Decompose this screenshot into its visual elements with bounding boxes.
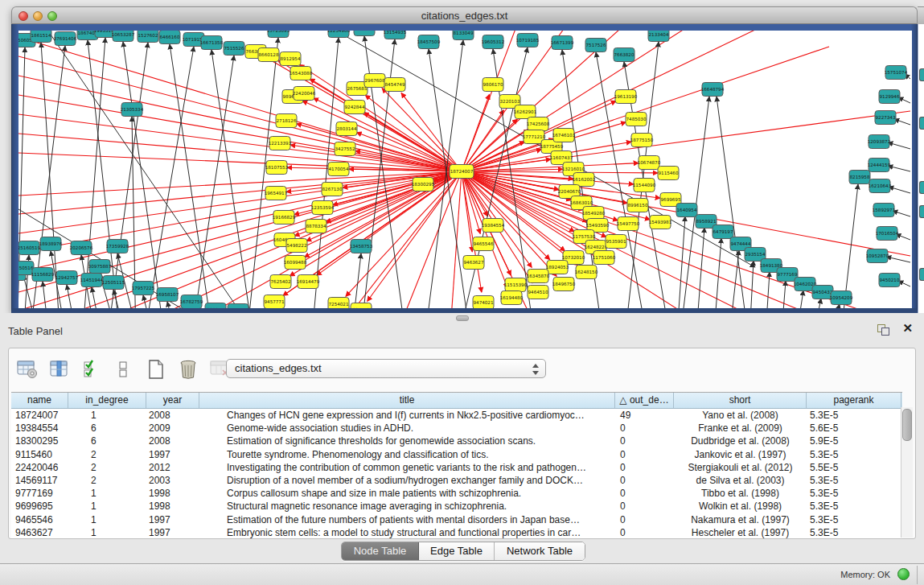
graph-node[interactable]: 16914423 [350, 303, 373, 309]
new-table-icon[interactable] [144, 357, 168, 381]
graph-node[interactable]: 9457771 [264, 295, 285, 309]
column-header-pagerank[interactable]: pagerank [807, 393, 901, 408]
select-rows-icon[interactable] [80, 357, 104, 381]
graph-node[interactable]: 13154935 [384, 31, 407, 39]
graph-node[interactable]: 1640954 [676, 204, 697, 217]
graph-node[interactable]: 8878334 [306, 220, 326, 233]
graph-node[interactable]: 19384554 [482, 219, 505, 233]
graph-node[interactable]: 12353594 [311, 201, 335, 215]
graph-node[interactable]: 8912954 [280, 52, 301, 66]
graph-node[interactable]: 18300295 [412, 178, 435, 192]
graph-node[interactable]: 10954209 [830, 291, 853, 305]
delete-table-icon[interactable] [176, 357, 200, 381]
graph-node[interactable]: 4170054 [328, 163, 349, 176]
graph-node[interactable]: 12942757 [55, 271, 79, 285]
graph-node[interactable]: 9463627 [463, 256, 484, 270]
graph-node[interactable]: 16262901 [514, 105, 537, 119]
graph-node[interactable]: 18924053 [546, 261, 569, 274]
column-header-name[interactable]: name [11, 393, 68, 408]
graph-node[interactable]: 18549280 [582, 207, 606, 220]
graph-node[interactable]: 5498222 [286, 239, 307, 253]
graph-node[interactable]: 11515390 [504, 278, 528, 292]
graph-node[interactable]: 17016504 [876, 227, 899, 241]
graph-node[interactable]: 12213393 [269, 137, 292, 150]
table-row[interactable]: 1456911722003Disruption of a novel membe… [11, 474, 902, 487]
graph-node[interactable]: 9806170 [483, 78, 503, 92]
float-panel-icon[interactable] [877, 324, 889, 335]
graph-node[interactable]: 19166829 [273, 211, 296, 225]
graph-node[interactable]: 8996150 [627, 199, 648, 212]
table-row[interactable]: 977716911998Corpus callosum shape and si… [11, 487, 902, 500]
graph-node[interactable]: 10674870 [638, 156, 661, 170]
graph-node[interactable]: 15493981 [649, 216, 672, 229]
tab-edge-table[interactable]: Edge Table [419, 542, 495, 560]
graph-node[interactable]: 16210643 [869, 179, 892, 193]
graph-node[interactable]: 17359928 [106, 240, 129, 253]
graph-node[interactable]: 17425608 [527, 117, 550, 131]
graph-node-hub[interactable]: 18724007 [450, 165, 474, 179]
graph-node[interactable]: 11451944 [80, 274, 104, 287]
graph-node[interactable]: 15497750 [617, 217, 640, 231]
table-row[interactable]: 946362711997Embryonic stem cells: a mode… [11, 526, 902, 538]
vertical-scrollbar[interactable] [901, 407, 913, 538]
graph-node[interactable]: 18496750 [552, 278, 576, 291]
graph-node[interactable]: 16671399 [551, 36, 574, 50]
graph-node[interactable]: 9450210 [879, 274, 900, 287]
graph-node[interactable]: 16671358 [200, 36, 224, 50]
table-row[interactable]: 969969511998Structural magnetic resonanc… [11, 500, 902, 513]
graph-node[interactable]: 25160519 [18, 241, 41, 255]
table-row[interactable]: 946554611997Estimation of the future num… [11, 513, 902, 526]
graph-node[interactable]: 19613190 [614, 90, 638, 104]
graph-node[interactable]: 8133049 [453, 31, 474, 40]
graph-node[interactable]: 2967608 [364, 74, 385, 88]
table-row[interactable]: 1830029562008Estimation of significance … [11, 435, 902, 447]
graph-node[interactable]: 15751074 [885, 66, 908, 80]
graph-node[interactable]: 2133404 [648, 31, 669, 42]
graph-node[interactable]: 9227343 [875, 111, 896, 125]
graph-node[interactable]: 15723093 [267, 31, 290, 38]
table-row[interactable]: 1938455462009Genome-wide association stu… [11, 422, 902, 435]
graph-node[interactable]: 12444159 [868, 159, 891, 172]
graph-node[interactable]: 8454749 [384, 78, 405, 92]
graph-node[interactable]: 16782759 [180, 295, 203, 309]
graph-node[interactable]: 9129946 [879, 90, 900, 104]
graph-node[interactable]: 30975887 [88, 260, 112, 274]
graph-node[interactable]: 16099488 [284, 256, 307, 270]
column-header-in_degree[interactable]: in_degree [68, 393, 146, 408]
graph-node[interactable]: 16746103 [552, 129, 576, 142]
graph-node[interactable]: 10952870 [866, 249, 889, 263]
graph-node[interactable]: 12505115 [102, 276, 125, 290]
graph-node[interactable]: 18938976 [39, 237, 63, 251]
graph-node[interactable]: 2718126 [276, 114, 297, 128]
graph-node[interactable]: 19605312 [482, 35, 504, 49]
graph-node[interactable]: 9464510 [528, 286, 548, 299]
graph-node[interactable]: 21305334 [121, 103, 144, 117]
graph-node[interactable]: 16543088 [290, 67, 313, 80]
table-row[interactable]: 1872400712008Changes of HCN gene express… [11, 409, 902, 422]
graph-node[interactable]: 11751060 [593, 251, 616, 265]
graph-node[interactable]: 7625402 [270, 275, 291, 289]
tab-network-table[interactable]: Network Table [495, 542, 585, 560]
graph-node[interactable]: 16345870 [527, 270, 550, 283]
graph-node[interactable]: 13458753 [350, 240, 373, 253]
table-selector-dropdown[interactable]: citations_edges.txt [226, 359, 546, 378]
graph-node[interactable]: 7663820 [614, 48, 634, 62]
network-canvas[interactable]: 2506051186151437691406186740419933196106… [18, 31, 912, 308]
graph-node[interactable]: 16162002 [573, 173, 595, 187]
graph-node[interactable]: 18457509 [417, 35, 441, 49]
graph-node[interactable]: 6479197 [713, 225, 733, 239]
graph-node[interactable]: 16914479 [297, 275, 320, 289]
graph-node[interactable]: 16194480 [500, 291, 524, 305]
graph-node[interactable]: 8660128 [258, 48, 279, 62]
hide-columns-icon[interactable] [112, 357, 136, 381]
table-settings-icon[interactable] [15, 357, 39, 381]
close-panel-icon[interactable]: ✕ [902, 321, 913, 336]
graph-node[interactable]: 20206576 [70, 241, 93, 255]
graph-node[interactable]: 12093872 [868, 135, 890, 149]
graph-node[interactable]: 1861514 [31, 31, 51, 43]
scrollbar-thumb[interactable] [902, 409, 912, 441]
graph-node[interactable]: 16648794 [701, 83, 725, 97]
column-header-short[interactable]: short [674, 393, 807, 408]
graph-node[interactable]: 10653287 [112, 31, 135, 42]
graph-node[interactable]: 18107553 [265, 161, 289, 175]
